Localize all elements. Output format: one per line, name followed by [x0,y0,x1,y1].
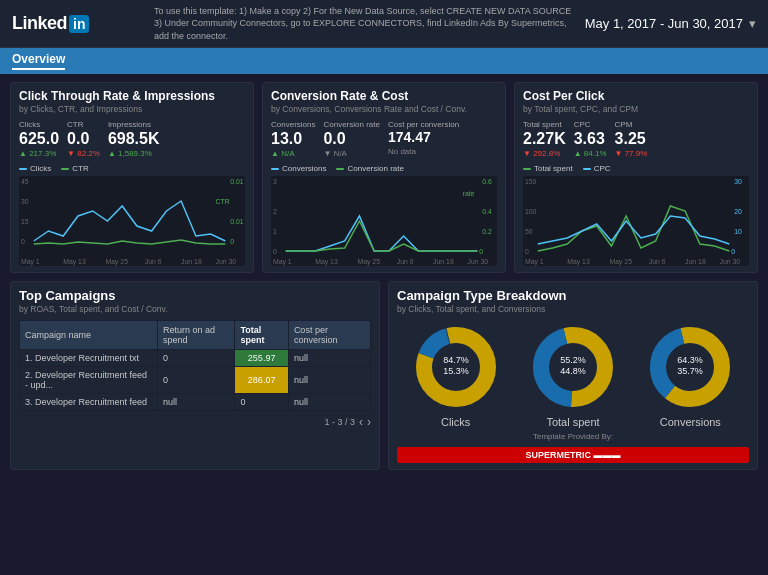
legend-conv-rate-label: Conversion rate [347,164,403,173]
metric-cpc-label: CPC [574,120,607,129]
table-row: 1. Developer Recruitment txt 0 255.97 nu… [20,350,371,367]
svg-text:2: 2 [273,208,277,215]
legend-cpc: CPC [583,164,611,173]
row2-name: 2. Developer Recruitment feed - upd... [20,367,158,394]
kpi-card-conversion: Conversion Rate & Cost by Conversions, C… [262,82,506,273]
metric-cpm-value: 3.25 [615,129,648,148]
kpi-subtitle-ctr: by Clicks, CTR, and Impressions [19,104,245,114]
metric-conversions-value: 13.0 [271,129,315,148]
kpi-metrics-cpc: Total spent 2.27K ▼ 292.8% CPC 3.63 ▲ 84… [523,120,749,158]
svg-text:CTR: CTR [216,198,230,205]
metric-cost-conv: Cost per conversion 174.47 No data [388,120,459,158]
template-provided-text: Template Provided By: [397,432,749,441]
svg-text:15: 15 [21,218,29,225]
kpi-title-cpc: Cost Per Click [523,89,749,103]
logo-text: Linked [12,13,67,34]
legend-clicks-label: Clicks [30,164,51,173]
svg-text:64.3%: 64.3% [678,355,704,365]
svg-text:0.01: 0.01 [230,218,244,225]
legend-cpc-label: CPC [594,164,611,173]
svg-text:Jun 30: Jun 30 [468,258,489,265]
metric-cpm-change: ▼ 77.9% [615,149,648,158]
kpi-metrics-conversion: Conversions 13.0 ▲ N/A Conversion rate 0… [271,120,497,158]
metric-total-spent: Total spent 2.27K ▼ 292.8% [523,120,566,158]
metric-impressions-label: Impressions [108,120,160,129]
svg-text:45: 45 [21,178,29,185]
metric-cost-conv-change: No data [388,147,459,156]
metric-total-spent-label: Total spent [523,120,566,129]
svg-text:May 25: May 25 [357,258,380,266]
donut-conversions-label: Conversions [660,416,721,428]
metric-total-spent-value: 2.27K [523,129,566,148]
prev-page-button[interactable]: ‹ [359,415,363,429]
svg-text:20: 20 [734,208,742,215]
logo-area: Linked in [12,13,142,34]
tab-overview[interactable]: Overview [12,52,65,70]
metric-clicks-label: Clicks [19,120,59,129]
legend-conv-rate-dot [336,168,344,170]
date-dropdown-arrow[interactable]: ▾ [749,16,756,31]
campaigns-title: Top Campaigns [19,288,371,303]
legend-clicks-dot [19,168,27,170]
metric-cost-conv-label: Cost per conversion [388,120,459,129]
svg-text:150: 150 [525,178,537,185]
breakdown-subtitle: by Clicks, Total spent, and Conversions [397,304,749,314]
metric-ctr-value: 0.0 [67,129,100,148]
svg-text:35.7%: 35.7% [678,366,704,376]
table-row: 3. Developer Recruitment feed null 0 nul… [20,394,371,411]
kpi-section: Click Through Rate & Impressions by Clic… [10,82,758,273]
svg-text:Jun 18: Jun 18 [181,258,202,265]
legend-total-spent: Total spent [523,164,573,173]
legend-cpc-dot [583,168,591,170]
donut-conversions: 64.3% 35.7% Conversions [645,322,735,428]
supermetric-label: SUPERMETRIC [525,450,591,460]
donut-total-spent: 55.2% 44.8% Total spent [528,322,618,428]
row1-num: 1. [25,353,33,363]
metric-cpm: CPM 3.25 ▼ 77.9% [615,120,648,158]
chart-legend-ctr: Clicks CTR [19,164,245,173]
date-range-text: May 1, 2017 - Jun 30, 2017 [585,16,743,31]
svg-text:Jun 6: Jun 6 [649,258,666,265]
svg-text:84.7%: 84.7% [443,355,469,365]
svg-text:1: 1 [273,228,277,235]
legend-conv-rate: Conversion rate [336,164,403,173]
metric-cpc: CPC 3.63 ▲ 84.1% [574,120,607,158]
legend-clicks: Clicks [19,164,51,173]
svg-text:0.4: 0.4 [482,208,492,215]
svg-text:Jun 18: Jun 18 [433,258,454,265]
col-cost-conv: Cost per conversion [288,321,370,350]
chart-legend-conversion: Conversions Conversion rate [271,164,497,173]
donut-spent-label: Total spent [546,416,599,428]
metric-cpm-label: CPM [615,120,648,129]
row2-num: 2. [25,370,33,380]
svg-text:May 1: May 1 [273,258,292,266]
table-pagination: 1 - 3 / 3 ‹ › [19,415,371,429]
donut-conversions-svg: 64.3% 35.7% [645,322,735,412]
row1-cost: null [288,350,370,367]
row3-num: 3. [25,397,33,407]
col-roas: Return on ad spend [158,321,235,350]
next-page-button[interactable]: › [367,415,371,429]
kpi-subtitle-cpc: by Total spent, CPC, and CPM [523,104,749,114]
metric-impressions-value: 698.5K [108,129,160,148]
kpi-title-conversion: Conversion Rate & Cost [271,89,497,103]
donut-charts-row: 84.7% 15.3% Clicks 55.2% 44.8% [397,322,749,428]
row3-roas: null [158,394,235,411]
svg-text:0.6: 0.6 [482,178,492,185]
metric-conv-rate-value: 0.0 [323,129,379,148]
svg-text:Jun 18: Jun 18 [685,258,706,265]
date-range[interactable]: May 1, 2017 - Jun 30, 2017 ▾ [585,16,756,31]
svg-text:30: 30 [21,198,29,205]
mini-chart-conversion: May 1 May 13 May 25 Jun 6 Jun 18 Jun 30 … [271,176,497,266]
metric-clicks: Clicks 625.0 ▲ 217.3% [19,120,59,158]
metric-total-spent-change: ▼ 292.8% [523,149,566,158]
svg-text:May 1: May 1 [525,258,544,266]
svg-text:50: 50 [525,228,533,235]
svg-text:10: 10 [734,228,742,235]
row1-roas: 0 [158,350,235,367]
svg-text:0: 0 [479,248,483,255]
campaigns-card: Top Campaigns by ROAS, Total spent, and … [10,281,380,470]
metric-cpc-value: 3.63 [574,129,607,148]
legend-total-spent-dot [523,168,531,170]
legend-ctr-dot [61,168,69,170]
